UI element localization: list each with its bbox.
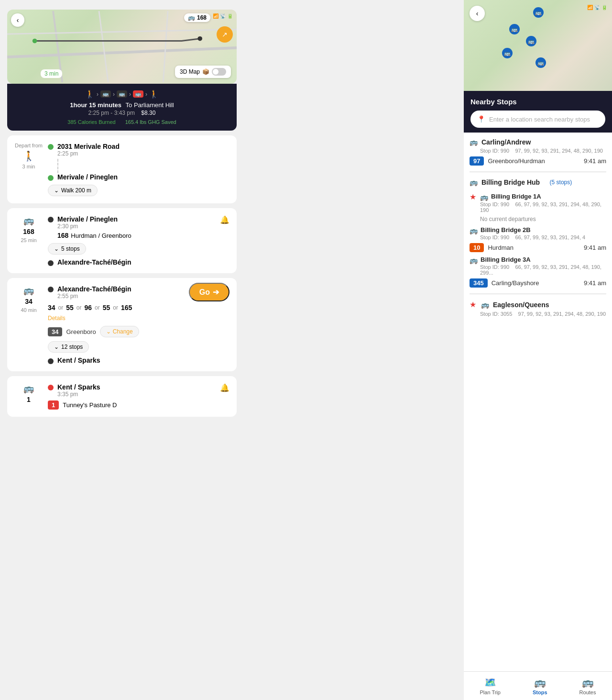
wifi-icon-right: 📡 [594,5,600,10]
nav-routes[interactable]: 🚌 Routes [579,677,596,695]
map-background: ‹ 🚌 168 📶 📡 🔋 ↗ 3 min 3D Map 📦 [7,10,237,84]
trip-step-2: 🚌 168 25 min Merivale / Pineglen 2:30 pm… [7,208,237,273]
bus-icon: 🚌 [23,215,34,226]
stop-billing-bridge: 🚌 Billing Bridge Hub (5 stops) ★ 🚌 Billi… [470,172,606,294]
chevron-down-icon-4: ⌄ [54,344,59,350]
step-dot-end [48,175,54,181]
right-panel: ‹ 📶 📡 🔋 🚌 🚌 🚌 🚌 🚌 Nearby Stops 📍 Enter a… [464,0,612,700]
arrow-4: › [145,91,147,98]
bus-stop-marker-4[interactable]: 🚌 [502,48,513,58]
stop-count-billing: (5 stops) [550,179,572,186]
walk-icon-2: 🚶 [149,89,159,99]
step-dot-transfer-end [48,358,54,364]
stops-btn[interactable]: ⌄ 5 stops [48,243,86,255]
toggle-knob [213,69,219,75]
stop-name-billing: Billing Bridge Hub [481,178,540,186]
stop-id-1a: Stop ID: 990 66, 97, 99, 92, 93, 291, 29… [480,201,606,213]
bus-badge-3: 🚌 [133,90,143,98]
walk-btn[interactable]: ⌄ Walk 200 m [48,185,98,196]
routes-icon: 🚌 [582,677,594,688]
step-dot-start [48,144,54,150]
battery-icon: 🔋 [227,13,233,19]
bus-stop-marker-1[interactable]: 🚌 [533,7,544,18]
svg-line-0 [7,48,237,57]
bus-icon-2b: 🚌 [470,227,478,234]
svg-line-2 [99,11,108,82]
map-back-button[interactable]: ‹ [11,13,24,27]
stop-id-3a: Stop ID: 990 66, 97, 99, 92, 93, 291, 29… [480,264,606,276]
step-dot-transfer-start [48,287,54,292]
signal-icon: 📶 [213,13,219,19]
right-map-back-button[interactable]: ‹ [470,6,485,21]
bus-stop-icon-1: 🚌 [470,138,478,146]
bus-icon-3a: 🚌 [470,256,478,264]
nav-plan-trip[interactable]: 🗺️ Plan Trip [480,677,501,695]
map-bus-icon-small: 🚌 [188,14,195,21]
chevron-down-icon-3: ⌄ [106,328,111,335]
right-map: ‹ 📶 📡 🔋 🚌 🚌 🚌 🚌 🚌 [464,0,612,91]
map-status-icons: 📶 📡 🔋 [213,13,233,19]
arrow-2: › [113,91,115,98]
walk-icon-1: 🚶 [85,89,95,99]
svg-line-4 [7,30,237,34]
left-panel: ‹ 🚌 168 📶 📡 🔋 ↗ 3 min 3D Map 📦 [0,0,244,700]
stop-header-billing: 🚌 Billing Bridge Hub (5 stops) [470,178,606,187]
go-button[interactable]: Go ➔ [189,283,230,301]
trip-time-price: 2:25 pm - 3:43 pm $8.30 [14,110,230,116]
bus-1-badge: 1 [48,400,59,410]
arrow-right-icon: ➔ [213,288,219,297]
chevron-down-icon-2: ⌄ [54,245,59,252]
stop-id-routes-carling: Stop ID: 990 97, 99, 92, 93, 291, 294, 4… [480,148,606,154]
route-badge-97: 97 [470,156,484,166]
bus-stop-marker-5[interactable]: 🚌 [536,57,546,68]
3d-toggle[interactable] [212,68,226,76]
stops-btn-3[interactable]: ⌄ 12 stops [48,341,89,353]
signal-icon-right: 📶 [587,5,593,10]
details-link[interactable]: Details [48,315,66,322]
bus-badge-2: 🚌 [117,90,127,98]
no-departures-1a: No current departures [480,216,606,222]
nearby-title: Nearby Stops [470,98,605,106]
bus-stop-marker-2[interactable]: 🚌 [509,24,520,34]
route-select-row: 34 Greenboro ⌄ Change [48,326,230,337]
bell-icon-4[interactable]: 🔔 [220,383,230,392]
location-icon: 📍 [477,115,485,123]
map-walk-time: 3 min [41,69,62,78]
arrow-1: › [97,91,98,98]
departure-row-2b: 10 Hurdman 9:41 am [470,243,606,252]
step-2-left-col: 🚌 168 25 min [14,215,43,266]
right-map-status: 📶 📡 🔋 [587,5,607,10]
map-3d-button[interactable]: 3D Map 📦 [175,66,231,78]
bell-icon[interactable]: 🔔 [220,215,230,224]
departure-row-carling: 97 Greenboro/Hurdman 9:41 am [470,156,606,166]
stop-id-routes-eagleson: Stop ID: 3055 97, 99, 92, 93, 291, 294, … [480,311,606,317]
plan-trip-icon: 🗺️ [484,677,496,688]
step-2-content: Merivale / Pineglen 2:30 pm 168 Hurdman … [48,215,230,266]
svg-line-3 [163,11,168,82]
step-dot-bus-start [48,217,54,222]
favorite-star-eagleson[interactable]: ★ [470,300,476,309]
bus-options-row: 34 or 55 or 96 or 55 or 165 [48,304,230,311]
nearby-search-bar[interactable]: 📍 Enter a location search nearby stops [470,111,605,128]
favorite-star-1a[interactable]: ★ [470,192,476,201]
ghg-info: 165.4 lbs GHG Saved [125,119,176,125]
step-dot-red-start [48,385,54,390]
nav-stops[interactable]: 🚌 Stops [533,677,547,695]
stops-icon: 🚌 [534,677,546,688]
trip-summary: 🚶 › 🚌 › 🚌 › 🚌 › 🚶 1hour 15 minutes To Pa… [7,84,237,131]
step-3-content: Alexandre-Taché/Bégin 2:55 pm Go ➔ 34 or… [48,285,230,364]
sub-stop-3a: 🚌 Billing Bridge 3A Stop ID: 990 66, 97,… [470,252,606,288]
stop-header-eagleson: ★ 🚌 Eagleson/Queens [470,300,606,309]
change-button[interactable]: ⌄ Change [100,326,139,337]
step-4-content: Kent / Sparks 3:35 pm 🔔 1 Tunney's Pastu… [48,383,230,410]
trip-step-1: Depart from 🚶 3 min 2031 Merivale Road 2… [7,135,237,203]
bus-icon-3: 🚌 [23,285,34,296]
bus-stop-marker-3[interactable]: 🚌 [526,36,536,46]
map-area: ‹ 🚌 168 📶 📡 🔋 ↗ 3 min 3D Map 📦 [7,10,237,84]
bus-stop-icon-eagleson: 🚌 [481,301,489,309]
cube-icon: 📦 [202,68,209,75]
arrow-3: › [129,91,131,98]
map-share-button[interactable]: ↗ [217,26,233,43]
wifi-icon: 📡 [220,13,226,19]
step-1-content: 2031 Merivale Road 2:25 pm Merivale / Pi… [48,143,230,196]
